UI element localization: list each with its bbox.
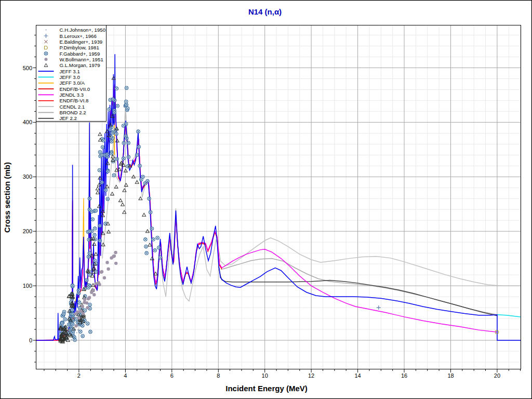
- svg-text:400: 400: [23, 119, 32, 125]
- svg-text:ENDF/B-VII.0: ENDF/B-VII.0: [60, 86, 90, 92]
- svg-text:C.H.Johnson+, 1950: C.H.Johnson+, 1950: [60, 27, 106, 33]
- svg-text:300: 300: [23, 174, 32, 180]
- svg-text:16: 16: [401, 373, 407, 379]
- svg-text:JEF 2.2: JEF 2.2: [60, 115, 77, 121]
- svg-text:Incident Energy (MeV): Incident Energy (MeV): [225, 384, 308, 393]
- svg-text:10: 10: [262, 373, 268, 379]
- svg-text:G.L.Morgan, 1979: G.L.Morgan, 1979: [60, 62, 100, 68]
- svg-text:JEFF 3.0/A: JEFF 3.0/A: [60, 80, 85, 86]
- svg-text:200: 200: [23, 228, 32, 234]
- svg-text:6: 6: [170, 373, 174, 379]
- svg-text:0: 0: [29, 337, 32, 343]
- svg-text:JENDL 3.3: JENDL 3.3: [60, 92, 84, 98]
- svg-text:W.Bollmann+, 1951: W.Bollmann+, 1951: [60, 57, 103, 62]
- svg-text:B.Leroux+, 1966: B.Leroux+, 1966: [60, 33, 97, 39]
- svg-text:14: 14: [354, 373, 361, 379]
- svg-text:18: 18: [447, 373, 454, 379]
- svg-text:BROND 2.2: BROND 2.2: [60, 110, 86, 115]
- svg-text:P.Dimbylow, 1981: P.Dimbylow, 1981: [60, 45, 99, 50]
- svg-text:2: 2: [77, 373, 81, 379]
- svg-text:500: 500: [23, 65, 32, 71]
- svg-text:12: 12: [308, 373, 314, 379]
- svg-text:8: 8: [217, 373, 220, 379]
- svg-text:N14 (n,α): N14 (n,α): [248, 7, 282, 16]
- svg-text:F.Gabbard+, 1959: F.Gabbard+, 1959: [60, 51, 100, 57]
- svg-text:Cross section (mb): Cross section (mb): [3, 162, 11, 233]
- svg-text:JEFF 3.0: JEFF 3.0: [60, 74, 81, 80]
- svg-text:CENDL 2.1: CENDL 2.1: [60, 104, 85, 110]
- svg-text:E.Baldinger+, 1939: E.Baldinger+, 1939: [60, 39, 103, 45]
- svg-text:ENDF/B-VI.8: ENDF/B-VI.8: [60, 98, 89, 103]
- svg-text:100: 100: [23, 283, 32, 289]
- svg-text:JEFF 3.1: JEFF 3.1: [60, 69, 80, 74]
- svg-text:4: 4: [124, 373, 127, 379]
- svg-text:20: 20: [494, 373, 500, 379]
